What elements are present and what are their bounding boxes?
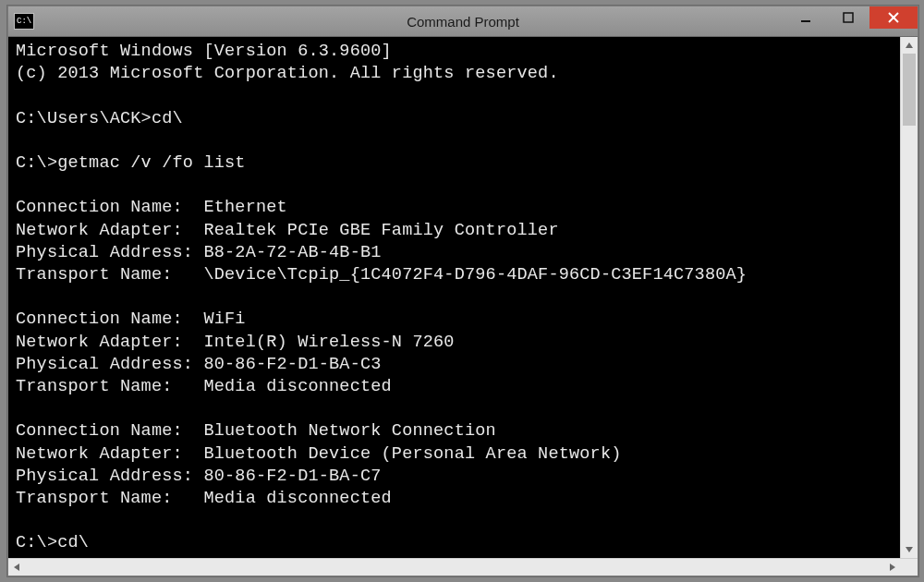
svg-rect-0 <box>801 20 810 22</box>
svg-marker-7 <box>890 564 895 571</box>
minimize-icon <box>800 12 811 23</box>
scrollbar-corner <box>901 559 918 576</box>
maximize-icon <box>843 12 854 23</box>
close-button[interactable] <box>869 6 918 29</box>
scroll-left-arrow-icon[interactable] <box>8 559 25 576</box>
window-buttons <box>784 6 918 36</box>
svg-marker-6 <box>14 564 19 571</box>
terminal-output[interactable]: Microsoft Windows [Version 6.3.9600] (c)… <box>8 37 900 558</box>
scroll-up-arrow-icon[interactable] <box>901 37 918 54</box>
system-menu-icon-text: C:\ <box>17 18 31 26</box>
system-menu-icon[interactable]: C:\ <box>14 13 34 30</box>
command-prompt-window: C:\ Command Prompt Microsoft W <box>7 6 918 576</box>
minimize-button[interactable] <box>784 6 827 29</box>
titlebar[interactable]: C:\ Command Prompt <box>8 6 918 37</box>
scroll-down-arrow-icon[interactable] <box>901 541 918 558</box>
close-icon <box>887 11 900 24</box>
vertical-scrollbar[interactable] <box>900 37 918 558</box>
horizontal-scrollbar[interactable] <box>8 558 918 576</box>
maximize-button[interactable] <box>827 6 869 29</box>
vertical-scroll-thumb[interactable] <box>903 54 916 126</box>
svg-marker-4 <box>906 42 913 48</box>
svg-marker-5 <box>906 547 913 552</box>
horizontal-scroll-track[interactable] <box>25 559 884 576</box>
scroll-right-arrow-icon[interactable] <box>884 559 901 576</box>
window-body: Microsoft Windows [Version 6.3.9600] (c)… <box>8 37 918 558</box>
vertical-scroll-track[interactable] <box>901 54 918 541</box>
svg-rect-1 <box>844 13 853 22</box>
window-title: Command Prompt <box>8 14 918 30</box>
